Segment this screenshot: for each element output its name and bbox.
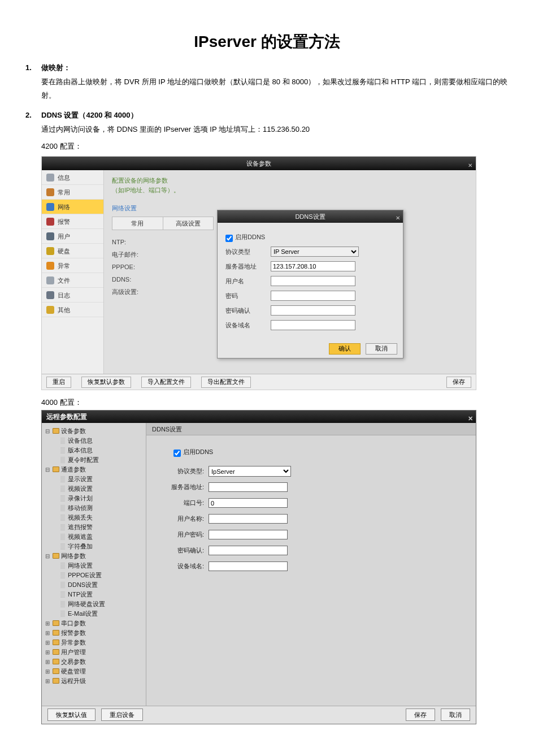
sidebar-item[interactable]: 文件 bbox=[42, 273, 103, 288]
text-input[interactable] bbox=[209, 561, 288, 571]
plus-icon[interactable]: ⊞ bbox=[45, 638, 51, 647]
sidebar-item[interactable]: 其他 bbox=[42, 303, 103, 317]
field-label: 协议类型: bbox=[158, 465, 209, 477]
tree-folder[interactable]: ⊞报警参数 bbox=[45, 628, 144, 638]
reboot-button[interactable]: 重启 bbox=[46, 377, 71, 388]
text-input[interactable] bbox=[271, 276, 355, 286]
tree-leaf[interactable]: 𝄛NTP设置 bbox=[53, 590, 144, 599]
save-button[interactable]: 保存 bbox=[406, 709, 435, 721]
cancel-button[interactable]: 取消 bbox=[366, 343, 397, 355]
tree-label: 报警参数 bbox=[61, 628, 86, 638]
text-input[interactable] bbox=[209, 530, 288, 539]
plus-icon[interactable]: ⊞ bbox=[45, 657, 51, 667]
protocol-select[interactable]: IP Server bbox=[271, 247, 359, 257]
tree-leaf[interactable]: 𝄛PPPOE设置 bbox=[53, 571, 144, 580]
tree-leaf[interactable]: 𝄛显示设置 bbox=[53, 474, 144, 484]
restore-defaults-button[interactable]: 恢复默认参数 bbox=[81, 377, 131, 388]
tab-advanced[interactable]: 高级设置 bbox=[163, 217, 214, 230]
tree-leaf[interactable]: 𝄛夏令时配置 bbox=[53, 455, 144, 465]
restore-defaults-button[interactable]: 恢复默认值 bbox=[47, 709, 95, 721]
tree-leaf[interactable]: 𝄛遮挡报警 bbox=[53, 522, 144, 532]
tree-folder[interactable]: ⊞用户管理 bbox=[45, 647, 144, 657]
sidebar-item[interactable]: 日志 bbox=[42, 288, 103, 303]
cancel-button[interactable]: 取消 bbox=[441, 709, 470, 721]
tree-leaf[interactable]: 𝄛网络设置 bbox=[53, 561, 144, 571]
tree-leaf[interactable]: 𝄛设备信息 bbox=[53, 436, 144, 446]
close-icon[interactable]: ✕ bbox=[468, 412, 473, 425]
export-config-button[interactable]: 导出配置文件 bbox=[201, 377, 251, 388]
text-input[interactable] bbox=[209, 498, 288, 508]
field-label: 用户名 bbox=[225, 275, 271, 287]
tree-folder[interactable]: ⊞远程升级 bbox=[45, 676, 144, 686]
item-heading: DDNS 设置（4200 和 4000） bbox=[41, 111, 138, 119]
minus-icon[interactable]: ⊟ bbox=[45, 426, 51, 436]
text-input[interactable] bbox=[271, 261, 355, 271]
text-input[interactable] bbox=[209, 514, 288, 524]
sidebar-item[interactable]: 硬盘 bbox=[42, 244, 103, 258]
sidebar-item[interactable]: 网络 bbox=[42, 200, 103, 214]
leaf-icon: 𝄛 bbox=[60, 524, 66, 530]
minus-icon[interactable]: ⊟ bbox=[45, 551, 51, 561]
ok-button[interactable]: 确认 bbox=[329, 343, 361, 355]
leaf-icon: 𝄛 bbox=[60, 486, 66, 491]
tree-folder[interactable]: ⊟网络参数 bbox=[45, 551, 144, 561]
section-link[interactable]: 网络设置 bbox=[112, 202, 137, 214]
tree-folder[interactable]: ⊞硬盘管理 bbox=[45, 667, 144, 676]
sidebar-item-label: 用户 bbox=[58, 229, 70, 244]
leaf-icon: 𝄛 bbox=[60, 505, 66, 511]
item-number: 1. bbox=[25, 61, 32, 75]
sidebar-item[interactable]: 常用 bbox=[42, 185, 103, 200]
text-input[interactable] bbox=[271, 305, 355, 316]
sidebar-item[interactable]: 用户 bbox=[42, 229, 103, 244]
tree-leaf[interactable]: 𝄛视频丢失 bbox=[53, 513, 144, 522]
minus-icon[interactable]: ⊟ bbox=[45, 465, 51, 474]
form-row: 用户名称: bbox=[158, 511, 464, 527]
tree-label: E-Mail设置 bbox=[68, 609, 98, 619]
tree-leaf[interactable]: 𝄛移动侦测 bbox=[53, 503, 144, 513]
form-row: 协议类型IP Server bbox=[225, 244, 395, 259]
plus-icon[interactable]: ⊞ bbox=[45, 619, 51, 628]
tree-leaf[interactable]: 𝄛网络硬盘设置 bbox=[53, 599, 144, 609]
import-config-button[interactable]: 导入配置文件 bbox=[141, 377, 191, 388]
tree-leaf[interactable]: 𝄛版本信息 bbox=[53, 446, 144, 455]
tree-leaf[interactable]: 𝄛视频设置 bbox=[53, 484, 144, 494]
folder-icon bbox=[53, 630, 59, 636]
tabs: 常用 高级设置 bbox=[112, 217, 214, 230]
tree-folder[interactable]: ⊞串口参数 bbox=[45, 619, 144, 628]
leaf-icon: 𝄛 bbox=[60, 476, 66, 482]
tree-folder[interactable]: ⊞异常参数 bbox=[45, 638, 144, 647]
plus-icon[interactable]: ⊞ bbox=[45, 667, 51, 676]
enable-ddns-label: 启用DDNS bbox=[235, 231, 265, 243]
tree-label: 视频遮盖 bbox=[68, 532, 93, 542]
enable-ddns-checkbox[interactable] bbox=[173, 450, 181, 457]
save-button[interactable]: 保存 bbox=[446, 377, 471, 388]
enable-ddns-row: 启用DDNS bbox=[158, 444, 464, 460]
sidebar-item[interactable]: 报警 bbox=[42, 214, 103, 229]
protocol-select[interactable]: IpServer bbox=[209, 466, 291, 477]
tree-folder[interactable]: ⊞交易参数 bbox=[45, 657, 144, 667]
close-icon[interactable]: ✕ bbox=[396, 212, 400, 224]
tree-folder[interactable]: ⊟设备参数 bbox=[45, 426, 144, 436]
tree-leaf[interactable]: 𝄛视频遮盖 bbox=[53, 532, 144, 542]
tree-leaf[interactable]: 𝄛字符叠加 bbox=[53, 542, 144, 551]
plus-icon[interactable]: ⊞ bbox=[45, 676, 51, 686]
tree-label: 网络硬盘设置 bbox=[68, 599, 105, 609]
plus-icon[interactable]: ⊞ bbox=[45, 647, 51, 657]
tab-common[interactable]: 常用 bbox=[112, 217, 163, 230]
sidebar-item[interactable]: 信息 bbox=[42, 170, 103, 185]
text-input[interactable] bbox=[209, 546, 288, 555]
tree-leaf[interactable]: 𝄛E-Mail设置 bbox=[53, 609, 144, 619]
plus-icon[interactable]: ⊞ bbox=[45, 628, 51, 638]
tree-leaf[interactable]: 𝄛DDNS设置 bbox=[53, 580, 144, 590]
sidebar-icon bbox=[46, 232, 54, 240]
reboot-button[interactable]: 重启设备 bbox=[101, 709, 143, 721]
text-input[interactable] bbox=[271, 320, 355, 330]
tree-leaf[interactable]: 𝄛录像计划 bbox=[53, 494, 144, 503]
text-input[interactable] bbox=[209, 482, 288, 492]
enable-ddns-checkbox[interactable] bbox=[225, 235, 233, 242]
window-title: 远程参数配置 bbox=[46, 413, 87, 421]
tree-folder[interactable]: ⊟通道参数 bbox=[45, 465, 144, 474]
field-label: 密码确认: bbox=[158, 545, 209, 556]
sidebar-item[interactable]: 异常 bbox=[42, 258, 103, 273]
text-input[interactable] bbox=[271, 291, 355, 301]
